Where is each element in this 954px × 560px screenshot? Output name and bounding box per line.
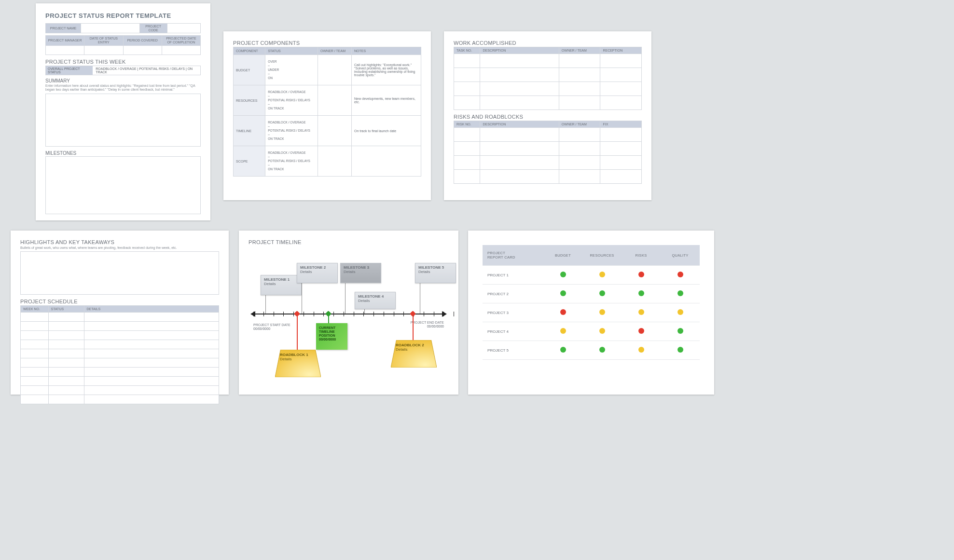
card-project-components: PROJECT COMPONENTS COMPONENT STATUS OWNE… (223, 31, 431, 200)
cell[interactable] (559, 128, 600, 142)
cell[interactable] (48, 358, 84, 368)
cell[interactable] (84, 386, 219, 395)
cell[interactable] (600, 54, 642, 68)
start-label: PROJECT START DATE00/00/0000 (253, 323, 292, 331)
col-status: STATUS (265, 47, 318, 55)
status-dot-y (638, 309, 644, 315)
cell[interactable] (480, 54, 559, 68)
col: DESCRIPTION (480, 47, 559, 54)
cell[interactable] (84, 340, 219, 349)
cell[interactable] (21, 368, 49, 377)
cell[interactable] (480, 96, 559, 110)
status-cell (582, 303, 622, 322)
status-dot-r (560, 309, 566, 315)
cell-pm[interactable] (46, 45, 84, 55)
status-dot-y (677, 309, 683, 315)
cell[interactable] (84, 349, 219, 358)
cell-completion[interactable] (162, 45, 200, 55)
card-work-risks: WORK ACCOMPLISHED TASK NO.DESCRIPTIONOWN… (444, 31, 651, 200)
cell[interactable] (600, 170, 642, 184)
cell[interactable] (559, 96, 600, 110)
status-cell (543, 341, 582, 360)
cell[interactable] (600, 82, 642, 96)
cell[interactable] (21, 395, 49, 404)
cell[interactable] (600, 156, 642, 170)
project-code-cell[interactable] (167, 24, 200, 33)
cell[interactable] (21, 358, 49, 368)
cell[interactable] (559, 142, 600, 156)
cell[interactable] (48, 331, 84, 340)
cell-date[interactable] (84, 45, 123, 55)
cell[interactable] (21, 377, 49, 386)
cell[interactable] (48, 386, 84, 395)
component-owner[interactable] (318, 116, 352, 146)
cell[interactable] (600, 142, 642, 156)
component-owner[interactable] (318, 85, 352, 116)
component-owner[interactable] (318, 146, 352, 177)
cell[interactable] (559, 82, 600, 96)
cell[interactable] (21, 322, 49, 331)
cell[interactable] (84, 331, 219, 340)
roadblock-2: ROADBLOCK 2Details (391, 340, 437, 369)
component-name: SCOPE (234, 146, 265, 177)
summary-box[interactable] (45, 94, 201, 147)
project-name-cell[interactable] (81, 24, 139, 33)
cell[interactable] (84, 368, 219, 377)
cell[interactable] (454, 128, 480, 142)
cell[interactable] (559, 68, 600, 82)
cell[interactable] (21, 331, 49, 340)
cell[interactable] (454, 96, 480, 110)
cell[interactable] (600, 68, 642, 82)
cell[interactable] (84, 395, 219, 404)
project-name-hdr: PROJECT NAME (46, 24, 81, 33)
status-dot-y (599, 309, 605, 315)
cell[interactable] (48, 349, 84, 358)
cell[interactable] (559, 170, 600, 184)
component-status: ROADBLOCK / OVERAGE – POTENTIAL RISKS / … (265, 146, 318, 177)
cell[interactable] (559, 54, 600, 68)
cell[interactable] (48, 313, 84, 322)
status-cell (622, 266, 661, 285)
cell[interactable] (84, 313, 219, 322)
cell[interactable] (454, 54, 480, 68)
cell[interactable] (84, 358, 219, 368)
cell[interactable] (454, 142, 480, 156)
cell[interactable] (454, 82, 480, 96)
cell[interactable] (480, 170, 559, 184)
cell[interactable] (84, 322, 219, 331)
axis-tick (323, 312, 324, 316)
cell[interactable] (559, 156, 600, 170)
cell[interactable] (454, 68, 480, 82)
status-dot-g (677, 290, 683, 296)
highlights-box[interactable] (20, 251, 219, 295)
components-table: COMPONENT STATUS OWNER / TEAM NOTES BUDG… (233, 47, 421, 177)
col: TASK NO. (454, 47, 480, 54)
cell[interactable] (48, 322, 84, 331)
cell[interactable] (48, 340, 84, 349)
cell[interactable] (48, 377, 84, 386)
component-notes: Call out highlights: "Exceptional work."… (352, 55, 421, 85)
cell[interactable] (84, 377, 219, 386)
milestones-box[interactable] (45, 156, 201, 214)
axis-tick (373, 312, 374, 316)
cell[interactable] (48, 368, 84, 377)
cell[interactable] (21, 386, 49, 395)
cell[interactable] (21, 313, 49, 322)
work-title: WORK ACCOMPLISHED (454, 40, 642, 46)
cell[interactable] (454, 170, 480, 184)
component-owner[interactable] (318, 55, 352, 85)
status-cell (543, 322, 582, 341)
cell[interactable] (600, 96, 642, 110)
col: OWNER / TEAM (559, 121, 600, 128)
cell[interactable] (480, 68, 559, 82)
cell[interactable] (48, 395, 84, 404)
cell[interactable] (480, 82, 559, 96)
cell[interactable] (454, 156, 480, 170)
cell-period[interactable] (123, 45, 162, 55)
cell[interactable] (480, 156, 559, 170)
cell[interactable] (480, 142, 559, 156)
cell[interactable] (480, 128, 559, 142)
cell[interactable] (21, 349, 49, 358)
cell[interactable] (21, 340, 49, 349)
cell[interactable] (600, 128, 642, 142)
